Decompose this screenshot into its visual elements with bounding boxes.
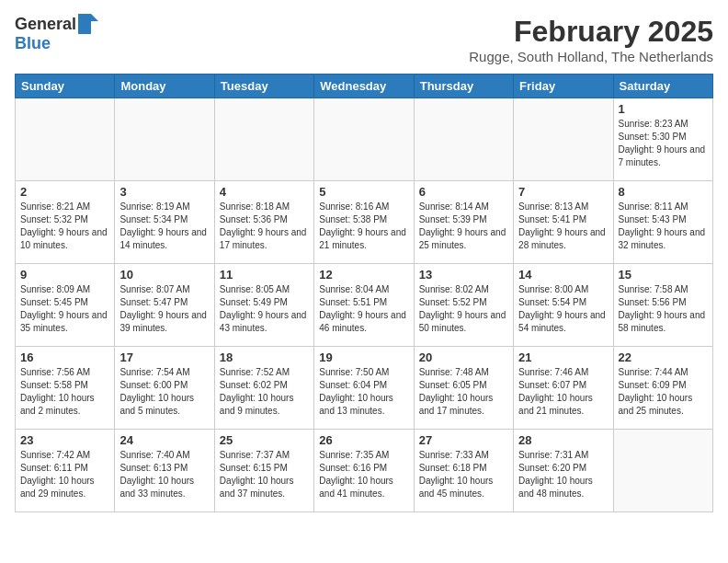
- day-info: Sunrise: 8:13 AMSunset: 5:41 PMDaylight:…: [518, 201, 608, 252]
- day-info: Sunrise: 7:46 AMSunset: 6:07 PMDaylight:…: [518, 366, 608, 418]
- calendar-cell: [514, 98, 613, 181]
- day-info: Sunrise: 8:19 AMSunset: 5:34 PMDaylight:…: [119, 201, 209, 252]
- calendar-cell: 3Sunrise: 8:19 AMSunset: 5:34 PMDaylight…: [115, 181, 214, 264]
- calendar-cell: 22Sunrise: 7:44 AMSunset: 6:09 PMDayligh…: [613, 347, 712, 430]
- calendar-cell: 15Sunrise: 7:58 AMSunset: 5:56 PMDayligh…: [613, 264, 712, 347]
- calendar-cell: 28Sunrise: 7:31 AMSunset: 6:20 PMDayligh…: [514, 430, 613, 512]
- day-number: 18: [220, 350, 309, 364]
- day-number: 25: [220, 433, 309, 447]
- calendar-cell: 1Sunrise: 8:23 AMSunset: 5:30 PMDaylight…: [613, 98, 712, 181]
- day-number: 2: [20, 185, 109, 199]
- day-number: 13: [419, 268, 508, 282]
- month-title: February 2025: [469, 15, 713, 49]
- day-info: Sunrise: 7:56 AMSunset: 5:58 PMDaylight:…: [20, 366, 109, 418]
- calendar-header-row: SundayMondayTuesdayWednesdayThursdayFrid…: [16, 75, 713, 98]
- day-number: 28: [518, 433, 608, 447]
- day-number: 12: [319, 268, 408, 282]
- day-info: Sunrise: 8:09 AMSunset: 5:45 PMDaylight:…: [20, 283, 109, 335]
- day-number: 20: [419, 350, 508, 364]
- day-info: Sunrise: 8:07 AMSunset: 5:47 PMDaylight:…: [119, 283, 209, 335]
- calendar-cell: 26Sunrise: 7:35 AMSunset: 6:16 PMDayligh…: [314, 430, 414, 512]
- day-number: 6: [419, 185, 508, 199]
- day-number: 22: [619, 350, 708, 364]
- day-number: 9: [20, 268, 109, 282]
- calendar-cell: 23Sunrise: 7:42 AMSunset: 6:11 PMDayligh…: [16, 430, 115, 512]
- calendar-cell: 10Sunrise: 8:07 AMSunset: 5:47 PMDayligh…: [115, 264, 214, 347]
- calendar-header-monday: Monday: [115, 75, 214, 98]
- day-number: 14: [518, 268, 608, 282]
- day-number: 4: [220, 185, 309, 199]
- calendar-cell: [214, 98, 313, 181]
- logo-general-text: General: [15, 15, 76, 34]
- day-number: 7: [518, 185, 608, 199]
- day-number: 19: [319, 350, 408, 364]
- calendar: SundayMondayTuesdayWednesdayThursdayFrid…: [15, 74, 713, 512]
- day-number: 27: [419, 433, 508, 447]
- day-info: Sunrise: 8:00 AMSunset: 5:54 PMDaylight:…: [518, 283, 608, 335]
- day-number: 16: [20, 350, 109, 364]
- calendar-cell: 16Sunrise: 7:56 AMSunset: 5:58 PMDayligh…: [16, 347, 115, 430]
- calendar-cell: [613, 430, 712, 512]
- day-number: 17: [119, 350, 209, 364]
- calendar-cell: 20Sunrise: 7:48 AMSunset: 6:05 PMDayligh…: [414, 347, 513, 430]
- calendar-cell: 27Sunrise: 7:33 AMSunset: 6:18 PMDayligh…: [414, 430, 513, 512]
- day-info: Sunrise: 8:05 AMSunset: 5:49 PMDaylight:…: [220, 283, 309, 335]
- calendar-cell: [16, 98, 115, 181]
- logo: General Blue: [15, 15, 98, 53]
- calendar-cell: 18Sunrise: 7:52 AMSunset: 6:02 PMDayligh…: [214, 347, 313, 430]
- calendar-cell: 21Sunrise: 7:46 AMSunset: 6:07 PMDayligh…: [514, 347, 613, 430]
- calendar-cell: [115, 98, 214, 181]
- day-info: Sunrise: 7:58 AMSunset: 5:56 PMDaylight:…: [619, 283, 708, 335]
- day-info: Sunrise: 8:16 AMSunset: 5:38 PMDaylight:…: [319, 201, 408, 252]
- week-row-4: 23Sunrise: 7:42 AMSunset: 6:11 PMDayligh…: [16, 430, 713, 512]
- day-number: 5: [319, 185, 408, 199]
- day-number: 21: [518, 350, 608, 364]
- calendar-cell: 19Sunrise: 7:50 AMSunset: 6:04 PMDayligh…: [314, 347, 414, 430]
- calendar-cell: 7Sunrise: 8:13 AMSunset: 5:41 PMDaylight…: [514, 181, 613, 264]
- day-info: Sunrise: 8:21 AMSunset: 5:32 PMDaylight:…: [20, 201, 109, 252]
- svg-marker-0: [78, 14, 98, 34]
- calendar-cell: [414, 98, 513, 181]
- calendar-cell: 2Sunrise: 8:21 AMSunset: 5:32 PMDaylight…: [16, 181, 115, 264]
- week-row-3: 16Sunrise: 7:56 AMSunset: 5:58 PMDayligh…: [16, 347, 713, 430]
- calendar-cell: 11Sunrise: 8:05 AMSunset: 5:49 PMDayligh…: [214, 264, 313, 347]
- calendar-cell: 12Sunrise: 8:04 AMSunset: 5:51 PMDayligh…: [314, 264, 414, 347]
- day-info: Sunrise: 7:54 AMSunset: 6:00 PMDaylight:…: [119, 366, 209, 418]
- week-row-1: 2Sunrise: 8:21 AMSunset: 5:32 PMDaylight…: [16, 181, 713, 264]
- subtitle: Rugge, South Holland, The Netherlands: [469, 49, 713, 64]
- title-area: February 2025 Rugge, South Holland, The …: [469, 15, 713, 64]
- calendar-cell: 13Sunrise: 8:02 AMSunset: 5:52 PMDayligh…: [414, 264, 513, 347]
- week-row-2: 9Sunrise: 8:09 AMSunset: 5:45 PMDaylight…: [16, 264, 713, 347]
- day-info: Sunrise: 7:42 AMSunset: 6:11 PMDaylight:…: [20, 449, 109, 500]
- day-number: 1: [619, 102, 708, 116]
- day-info: Sunrise: 8:23 AMSunset: 5:30 PMDaylight:…: [619, 118, 708, 169]
- day-info: Sunrise: 8:14 AMSunset: 5:39 PMDaylight:…: [419, 201, 508, 252]
- week-row-0: 1Sunrise: 8:23 AMSunset: 5:30 PMDaylight…: [16, 98, 713, 181]
- logo-icon: [78, 14, 98, 34]
- calendar-header-tuesday: Tuesday: [214, 75, 313, 98]
- day-info: Sunrise: 8:11 AMSunset: 5:43 PMDaylight:…: [619, 201, 708, 252]
- calendar-header-sunday: Sunday: [16, 75, 115, 98]
- day-number: 10: [119, 268, 209, 282]
- calendar-cell: 9Sunrise: 8:09 AMSunset: 5:45 PMDaylight…: [16, 264, 115, 347]
- header: General Blue February 2025 Rugge, South …: [15, 15, 713, 64]
- day-info: Sunrise: 7:37 AMSunset: 6:15 PMDaylight:…: [220, 449, 309, 500]
- calendar-cell: 6Sunrise: 8:14 AMSunset: 5:39 PMDaylight…: [414, 181, 513, 264]
- calendar-cell: [314, 98, 414, 181]
- calendar-cell: 25Sunrise: 7:37 AMSunset: 6:15 PMDayligh…: [214, 430, 313, 512]
- calendar-cell: 5Sunrise: 8:16 AMSunset: 5:38 PMDaylight…: [314, 181, 414, 264]
- day-info: Sunrise: 7:48 AMSunset: 6:05 PMDaylight:…: [419, 366, 508, 418]
- day-number: 11: [220, 268, 309, 282]
- day-info: Sunrise: 7:35 AMSunset: 6:16 PMDaylight:…: [319, 449, 408, 500]
- day-number: 24: [119, 433, 209, 447]
- calendar-cell: 4Sunrise: 8:18 AMSunset: 5:36 PMDaylight…: [214, 181, 313, 264]
- day-info: Sunrise: 7:50 AMSunset: 6:04 PMDaylight:…: [319, 366, 408, 418]
- day-number: 3: [119, 185, 209, 199]
- calendar-header-saturday: Saturday: [613, 75, 712, 98]
- calendar-header-wednesday: Wednesday: [314, 75, 414, 98]
- logo-blue-text: Blue: [15, 34, 51, 53]
- day-info: Sunrise: 7:40 AMSunset: 6:13 PMDaylight:…: [119, 449, 209, 500]
- day-number: 15: [619, 268, 708, 282]
- day-info: Sunrise: 8:04 AMSunset: 5:51 PMDaylight:…: [319, 283, 408, 335]
- calendar-header-friday: Friday: [514, 75, 613, 98]
